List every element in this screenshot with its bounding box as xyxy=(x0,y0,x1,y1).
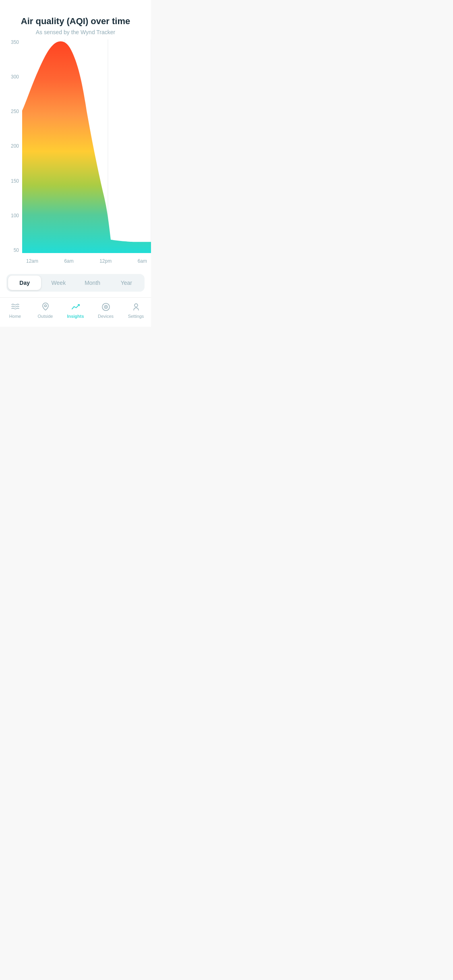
period-selector: Day Week Month Year xyxy=(0,269,151,297)
y-label-100: 100 xyxy=(11,213,19,218)
chart-wrapper: 350 300 250 200 150 100 50 xyxy=(0,39,151,269)
y-label-200: 200 xyxy=(11,143,19,149)
home-icon xyxy=(10,302,21,312)
nav-label-home: Home xyxy=(9,314,21,319)
settings-icon xyxy=(131,302,141,312)
period-buttons-group: Day Week Month Year xyxy=(6,274,145,292)
y-label-50: 50 xyxy=(14,247,19,253)
chart-subtitle: As sensed by the Wynd Tracker xyxy=(8,29,143,35)
insights-icon xyxy=(70,302,81,312)
y-label-250: 250 xyxy=(11,109,19,114)
period-btn-day[interactable]: Day xyxy=(8,276,41,290)
chart-svg-area xyxy=(22,39,151,253)
chart-container: 350 300 250 200 150 100 50 xyxy=(0,39,151,269)
period-btn-week[interactable]: Week xyxy=(42,276,75,290)
nav-item-insights[interactable]: Insights xyxy=(60,302,91,319)
nav-label-outside: Outside xyxy=(38,314,53,319)
y-label-300: 300 xyxy=(11,74,19,80)
bottom-nav: Home Outside Insights xyxy=(0,297,151,327)
svg-point-7 xyxy=(134,304,138,307)
nav-item-home[interactable]: Home xyxy=(0,302,30,319)
nav-label-insights: Insights xyxy=(67,314,84,319)
svg-point-3 xyxy=(44,305,46,307)
aqi-chart-svg xyxy=(22,39,151,253)
devices-icon xyxy=(101,302,111,312)
period-btn-month[interactable]: Month xyxy=(76,276,109,290)
period-btn-year[interactable]: Year xyxy=(110,276,143,290)
nav-item-devices[interactable]: Devices xyxy=(91,302,121,319)
x-label-12am: 12am xyxy=(26,258,38,264)
x-label-6am2: 6am xyxy=(138,258,147,264)
outside-icon xyxy=(40,302,51,312)
y-label-350: 350 xyxy=(11,39,19,45)
nav-item-settings[interactable]: Settings xyxy=(121,302,151,319)
nav-label-devices: Devices xyxy=(98,314,114,319)
nav-item-outside[interactable]: Outside xyxy=(30,302,60,319)
page-container: Air quality (AQI) over time As sensed by… xyxy=(0,0,151,327)
x-axis: 12am 6am 12pm 6am xyxy=(22,253,151,269)
nav-label-settings: Settings xyxy=(128,314,144,319)
chart-header: Air quality (AQI) over time As sensed by… xyxy=(0,0,151,39)
y-axis: 350 300 250 200 150 100 50 xyxy=(0,39,22,253)
x-label-12pm: 12pm xyxy=(99,258,112,264)
x-label-6am: 6am xyxy=(64,258,73,264)
y-label-150: 150 xyxy=(11,178,19,184)
svg-point-6 xyxy=(105,307,106,307)
chart-title: Air quality (AQI) over time xyxy=(8,16,143,27)
